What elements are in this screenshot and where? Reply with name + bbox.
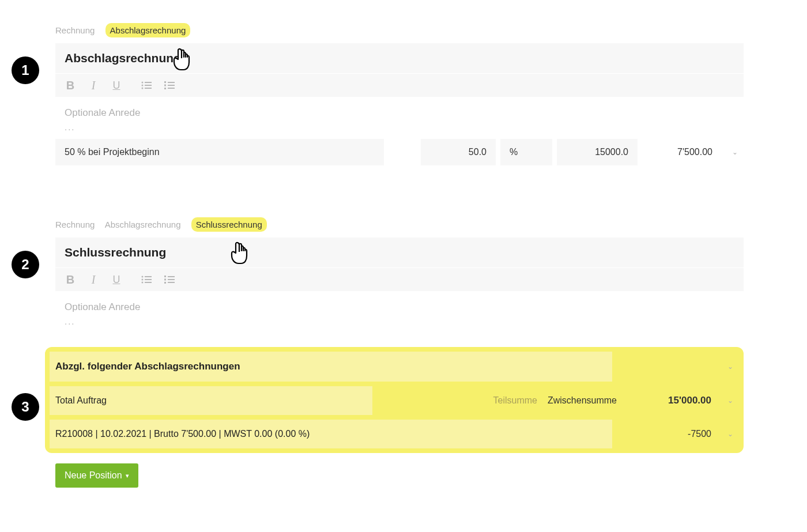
chevron-down-icon: ⌄ [732,148,738,156]
svg-rect-6 [164,81,166,83]
deduction-line-input[interactable]: R210008 | 10.02.2021 | Brutto 7'500.00 |… [50,420,612,448]
svg-rect-1 [145,82,152,83]
step-number-2: 2 [21,256,29,273]
new-position-label: Neue Position [65,470,122,481]
subtotal-value: 15'000.00 [625,395,717,406]
deduction-expand[interactable]: ⌄ [722,430,739,438]
svg-point-0 [142,82,144,84]
bullet-list-button[interactable] [141,80,152,91]
chevron-down-icon: ⌄ [727,363,733,371]
subtotal-expand[interactable]: ⌄ [722,397,739,405]
deduction-value: -7500 [625,429,717,439]
svg-rect-19 [168,276,175,277]
breadcrumb: Rechnung Abschlagsrechnung [55,17,744,43]
breadcrumb-item-abschlagsrechnung[interactable]: Abschlagsrechnung [105,220,181,229]
bullet-list-button[interactable] [141,274,152,285]
salutation-input[interactable]: Optionale Anrede [55,97,744,122]
step-badge-1: 1 [12,56,39,84]
section-title-input[interactable]: Schlussrechnung [55,237,744,267]
deductions-header-input[interactable]: Abzgl. folgender Abschlagsrechnungen [50,352,612,382]
bold-button[interactable]: B [65,274,76,285]
breadcrumb-item-abschlagsrechnung[interactable]: Abschlagsrechnung [105,23,191,37]
breadcrumb-item-rechnung[interactable]: Rechnung [55,25,95,35]
svg-rect-7 [168,82,175,83]
line-item-price[interactable]: 15000.0 [557,139,638,165]
svg-rect-21 [168,279,175,280]
line-item-row: 50 % bei Projektbeginn 50.0 % 15000.0 7'… [55,139,744,165]
text-toolbar: B I U [55,267,744,291]
zwischensumme-label: Zwischensumme [548,395,617,406]
caret-down-icon: ▾ [126,472,129,480]
underline-button[interactable]: U [111,80,122,91]
line-item-quantity[interactable]: 50.0 [421,139,496,165]
svg-point-2 [142,85,144,86]
line-item-description[interactable]: 50 % bei Projektbeginn [55,139,384,165]
svg-rect-20 [164,279,166,281]
svg-rect-13 [145,276,152,277]
breadcrumb-item-schlussrechnung[interactable]: Schlussrechnung [191,217,267,232]
svg-point-16 [142,282,144,284]
svg-rect-11 [168,88,175,89]
chevron-down-icon: ⌄ [727,397,733,405]
svg-rect-17 [145,282,152,283]
ellipsis-marker: ... [55,316,744,330]
svg-rect-5 [145,88,152,89]
svg-rect-18 [164,276,166,277]
breadcrumb-item-rechnung[interactable]: Rechnung [55,220,95,229]
underline-button[interactable]: U [111,274,122,285]
svg-rect-9 [168,85,175,86]
numbered-list-button[interactable] [164,80,175,91]
svg-point-14 [142,279,144,281]
italic-button[interactable]: I [88,274,99,285]
step-number-1: 1 [21,62,29,78]
svg-rect-22 [164,282,166,284]
new-position-button[interactable]: Neue Position ▾ [55,463,138,488]
svg-point-12 [142,276,144,278]
text-toolbar: B I U [55,73,744,97]
deductions-expand[interactable]: ⌄ [722,363,739,371]
numbered-list-button[interactable] [164,274,175,285]
salutation-input[interactable]: Optionale Anrede [55,291,744,316]
total-auftrag-label[interactable]: Total Auftrag [50,386,372,415]
section-title-input[interactable]: Abschlagsrechnung [55,43,744,73]
step-badge-2: 2 [12,251,39,278]
teilsumme-label: Teilsumme [493,395,537,406]
svg-rect-23 [168,282,175,283]
svg-rect-15 [145,279,152,280]
breadcrumb: Rechnung Abschlagsrechnung Schlussrechnu… [55,212,744,237]
step-number-3: 3 [21,399,29,415]
line-item-unit[interactable]: % [500,139,552,165]
svg-rect-8 [164,85,166,86]
step-badge-3: 3 [12,393,39,421]
svg-point-4 [142,88,144,89]
line-item-expand[interactable]: ⌄ [726,148,744,156]
bold-button[interactable]: B [65,80,76,91]
ellipsis-marker: ... [55,122,744,135]
line-item-total: 7'500.00 [642,139,722,165]
svg-rect-10 [164,88,166,89]
svg-rect-3 [145,85,152,86]
chevron-down-icon: ⌄ [727,430,733,438]
italic-button[interactable]: I [88,80,99,91]
deductions-block: Abzgl. folgender Abschlagsrechnungen ⌄ T… [45,347,744,453]
